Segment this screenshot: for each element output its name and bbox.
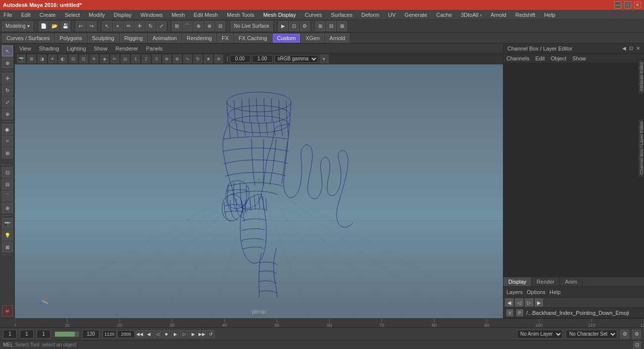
tab-animation[interactable]: Animation (148, 34, 181, 43)
snap-grid[interactable]: ⊞ (172, 21, 182, 31)
menu-3dtoall[interactable]: 3DtoAll › (459, 12, 483, 18)
menu-file[interactable]: File (2, 12, 14, 18)
light-btn[interactable]: 💡 (2, 230, 13, 241)
menu-redshift[interactable]: Redshift (514, 12, 537, 18)
char-options-btn[interactable]: ⚙ (632, 330, 641, 339)
viewport[interactable]: persp (15, 64, 503, 318)
menu-windows[interactable]: Windows (139, 12, 164, 18)
tab-custom[interactable]: Custom (273, 34, 300, 43)
vp-dof-btn[interactable]: ⊛ (214, 54, 223, 63)
range-slider[interactable] (54, 331, 79, 337)
tab-curves-surfaces[interactable]: Curves / Surfaces (2, 34, 54, 43)
layer-item[interactable]: V P /...Backhand_Index_Pointing_Down_Emo… (503, 308, 644, 318)
vp-fx-btn[interactable]: ★ (204, 54, 213, 63)
vp-menu-renderer[interactable]: Renderer (114, 46, 140, 51)
vp-sel-type[interactable]: ◈ (100, 54, 109, 63)
move-btn[interactable]: ✛ (2, 73, 13, 84)
tab-fx[interactable]: FX (217, 34, 233, 43)
tab-arnold[interactable]: Arnold (325, 34, 350, 43)
menu-mesh-tools[interactable]: Mesh Tools (225, 12, 255, 18)
vp-display-btn[interactable]: ⊞ (27, 54, 36, 63)
vp-isolate[interactable]: ◎ (121, 54, 130, 63)
snap-point[interactable]: ⊕ (194, 21, 203, 31)
pb-first[interactable]: ◀◀ (136, 330, 144, 338)
select-tool-btn[interactable]: ↖ (2, 46, 13, 56)
tab-polygons[interactable]: Polygons (55, 34, 86, 43)
render-region[interactable]: ⊠ (2, 242, 13, 252)
rp-float[interactable]: ⊡ (629, 46, 633, 51)
pb-end-field[interactable]: 2000 (117, 330, 135, 338)
vp-zoom-input[interactable] (252, 55, 273, 63)
vp-menu-lighting[interactable]: Lighting (65, 46, 88, 51)
tab-sculpting[interactable]: Sculpting (88, 34, 119, 43)
rp-close[interactable]: ✕ (636, 46, 640, 51)
vp-x-ray[interactable]: ⊗ (162, 54, 171, 63)
menu-curves[interactable]: Curves (303, 12, 324, 18)
vp-res-low[interactable]: 1 (131, 54, 140, 63)
new-btn[interactable]: 📄 (39, 21, 49, 31)
vp-anim-btn[interactable]: ↻ (194, 54, 202, 63)
layers-menu[interactable]: Layers (506, 289, 523, 295)
vp-wireframe[interactable]: ⊕ (173, 54, 182, 63)
open-btn[interactable]: 📂 (50, 21, 59, 31)
vp-fov-input[interactable] (230, 55, 250, 63)
pb-play-fwd[interactable]: ▶ (171, 330, 179, 338)
redo-btn[interactable]: ↪ (87, 21, 97, 31)
menu-create[interactable]: Create (38, 12, 57, 18)
snap-surface[interactable]: ⊟ (215, 21, 225, 31)
vp-menu-view[interactable]: View (18, 46, 33, 51)
show-manip[interactable]: ⊞ (2, 148, 13, 158)
tab-xgen[interactable]: XGen (301, 34, 324, 43)
layer-prev-btn[interactable]: ◀ (505, 299, 513, 306)
help-menu[interactable]: Help (549, 289, 561, 295)
menu-surfaces[interactable]: Surfaces (330, 12, 354, 18)
vp-hud-btn[interactable]: ⊡ (79, 54, 88, 63)
char-set-select[interactable]: No Character Set (566, 330, 617, 339)
layer-next2-btn[interactable]: ▶ (535, 299, 543, 306)
layer-prev2-btn[interactable]: ◁ (515, 299, 523, 306)
vp-manip-btn[interactable]: ✛ (90, 54, 99, 63)
vp-menu-show[interactable]: Show (93, 46, 109, 51)
frame-start-field[interactable] (3, 330, 17, 339)
script-editor-btn[interactable]: ⊡ (633, 341, 641, 349)
tab-rendering[interactable]: Rendering (182, 34, 216, 43)
menu-edit[interactable]: Edit (20, 12, 32, 18)
snap-settings[interactable]: ⊡ (2, 167, 13, 178)
undo-btn[interactable]: ↩ (76, 21, 86, 31)
menu-arnold[interactable]: Arnold (489, 12, 508, 18)
vp-res-high[interactable]: 3 (152, 54, 161, 63)
pb-prev[interactable]: ◀ (145, 330, 152, 338)
pb-prev-key[interactable]: ◁ (153, 330, 161, 338)
anim-options-btn[interactable]: ⚙ (620, 330, 629, 339)
lasso-tool[interactable]: ⌖ (113, 21, 123, 31)
render-settings[interactable]: ⚙ (300, 21, 310, 31)
point-snap[interactable]: ⊕ (2, 202, 13, 213)
grid-toggle[interactable]: ⊟ (326, 21, 336, 31)
ch-menu-edit[interactable]: Edit (535, 55, 545, 61)
menu-mesh[interactable]: Mesh (170, 12, 186, 18)
close-button[interactable]: ✕ (634, 1, 641, 8)
universal-manip[interactable]: ⊛ (2, 108, 13, 119)
pb-next[interactable]: ▶ (189, 330, 197, 338)
vp-menu-panels[interactable]: Panels (145, 46, 164, 51)
options-menu[interactable]: Options (527, 289, 545, 295)
timeline-ruler[interactable]: 0 10 20 30 40 50 60 70 80 90 1 (15, 319, 644, 327)
ch-menu-channels[interactable]: Channels (506, 55, 529, 61)
pb-loop[interactable]: ↺ (207, 330, 215, 338)
vp-menu-shading[interactable]: Shading (38, 46, 60, 51)
hud-toggle[interactable]: ⊠ (337, 21, 347, 31)
layer-v-toggle[interactable]: V (506, 309, 513, 316)
scale-btn[interactable]: ⤢ (2, 97, 13, 107)
pb-field[interactable]: 1120 (102, 330, 116, 338)
maya-logo[interactable]: M (2, 305, 13, 316)
range-input[interactable] (37, 330, 50, 339)
menu-cache[interactable]: Cache (435, 12, 453, 18)
save-btn[interactable]: 💾 (60, 21, 70, 31)
frame-current-field[interactable] (20, 330, 34, 339)
tab-display[interactable]: Display (503, 277, 532, 286)
camera-btn[interactable]: 📷 (2, 218, 13, 229)
vp-res-med[interactable]: 2 (142, 54, 150, 63)
vp-gamma-settings[interactable]: ▾ (320, 54, 329, 63)
menu-help[interactable]: Help (543, 12, 557, 18)
menu-edit-mesh[interactable]: Edit Mesh (192, 12, 219, 18)
